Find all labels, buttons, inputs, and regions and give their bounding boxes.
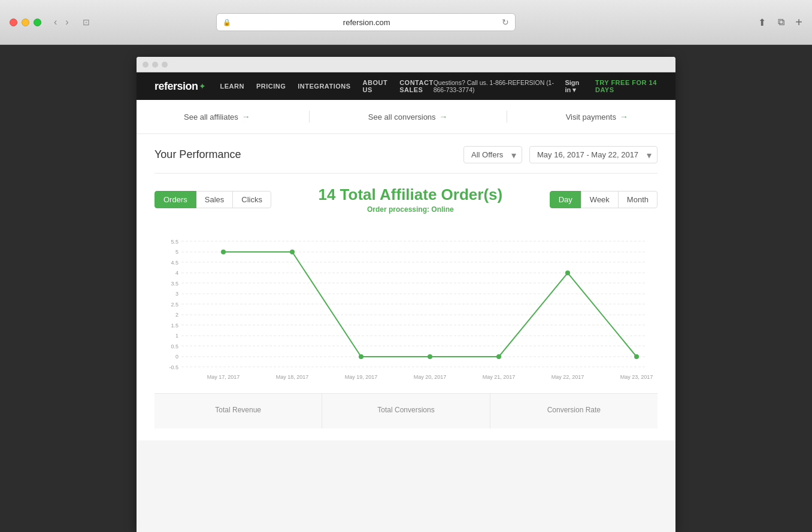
chart-title-area: 14 Total Affiliate Order(s) Order proces… <box>271 186 550 214</box>
svg-point-37 <box>496 354 501 359</box>
stat-conversion-rate: Conversion Rate <box>490 394 658 428</box>
nav-about[interactable]: ABOUT US <box>363 79 388 93</box>
svg-point-34 <box>290 250 295 254</box>
svg-text:4: 4 <box>175 270 178 276</box>
svg-text:5: 5 <box>175 249 178 255</box>
svg-text:May 22, 2017: May 22, 2017 <box>552 374 584 380</box>
time-month-button[interactable]: Month <box>618 191 658 208</box>
svg-text:May 17, 2017: May 17, 2017 <box>207 374 240 380</box>
chart-main-title: 14 Total Affiliate Order(s) <box>271 186 550 204</box>
logo-text: refersion <box>154 80 198 93</box>
share-button[interactable]: ⬆ <box>755 16 769 29</box>
tab-sales[interactable]: Sales <box>196 191 234 208</box>
chart-controls: Orders Sales Clicks 14 Total Affiliate O… <box>154 186 658 214</box>
sign-in-button[interactable]: Sign in ▾ <box>565 79 586 94</box>
svg-text:1: 1 <box>175 333 178 339</box>
svg-text:0.5: 0.5 <box>171 343 178 349</box>
divider-2 <box>507 111 507 123</box>
svg-text:3.5: 3.5 <box>171 281 178 287</box>
svg-text:2: 2 <box>175 312 178 318</box>
website-wrapper: refersion ✦ LEARN PRICING INTEGRATIONS A… <box>0 45 812 532</box>
main-nav: LEARN PRICING INTEGRATIONS ABOUT US CONT… <box>220 79 434 93</box>
logo-star-icon: ✦ <box>199 81 206 91</box>
nav-integrations[interactable]: INTEGRATIONS <box>298 83 350 90</box>
bottom-stats: Total Revenue Total Conversions Conversi… <box>154 393 658 428</box>
inner-dot-1 <box>143 62 149 68</box>
see-all-affiliates-link[interactable]: See all affiliates → <box>184 112 250 121</box>
browser-chrome: ‹ › ⊡ 🔒 refersion.com ↻ ⬆ ⧉ + <box>0 0 812 45</box>
performance-header: Your Performance All Offers May 16, 2017… <box>154 146 658 174</box>
conversions-arrow-icon: → <box>440 112 448 121</box>
minimize-button[interactable] <box>22 19 29 26</box>
inner-window: refersion ✦ LEARN PRICING INTEGRATIONS A… <box>137 57 675 532</box>
url-text: refersion.com <box>235 18 498 27</box>
quick-links-bar: See all affiliates → See all conversions… <box>137 100 675 134</box>
date-dropdown-wrapper: May 16, 2017 - May 22, 2017 <box>529 146 658 163</box>
svg-text:May 21, 2017: May 21, 2017 <box>483 374 516 380</box>
see-all-conversions-link[interactable]: See all conversions → <box>368 112 448 121</box>
stat-revenue-label: Total Revenue <box>166 406 310 414</box>
performance-controls: All Offers May 16, 2017 - May 22, 2017 <box>463 146 658 163</box>
logo[interactable]: refersion ✦ <box>154 80 206 93</box>
affiliates-link-text: See all affiliates <box>184 113 238 121</box>
svg-point-36 <box>428 354 432 359</box>
new-tab-button[interactable]: ⧉ <box>774 16 788 29</box>
address-bar[interactable]: 🔒 refersion.com ↻ <box>216 13 516 31</box>
svg-text:-0.5: -0.5 <box>169 364 178 370</box>
divider-1 <box>309 111 310 123</box>
performance-section: Your Performance All Offers May 16, 2017… <box>137 134 675 440</box>
traffic-lights <box>10 19 41 26</box>
inner-dot-2 <box>152 62 158 68</box>
svg-text:May 20, 2017: May 20, 2017 <box>414 374 447 380</box>
sidebar-toggle[interactable]: ⊡ <box>79 16 93 28</box>
payments-arrow-icon: → <box>620 112 628 121</box>
nav-contact[interactable]: CONTACT SALES <box>399 79 433 93</box>
svg-text:May 19, 2017: May 19, 2017 <box>345 374 378 380</box>
chart-area: .grid-line { stroke: #e8e8e8; stroke-wid… <box>154 223 658 393</box>
time-day-button[interactable]: Day <box>550 191 581 208</box>
conversions-link-text: See all conversions <box>368 113 436 121</box>
close-button[interactable] <box>10 19 17 26</box>
date-range-dropdown[interactable]: May 16, 2017 - May 22, 2017 <box>529 146 658 163</box>
chart-subtitle-label: Order processing: <box>367 205 429 214</box>
forward-button[interactable]: › <box>62 16 71 29</box>
svg-text:May 23, 2017: May 23, 2017 <box>620 374 653 380</box>
svg-text:4.5: 4.5 <box>171 260 178 266</box>
dashboard: See all affiliates → See all conversions… <box>137 100 675 532</box>
maximize-button[interactable] <box>34 19 41 26</box>
reload-button[interactable]: ↻ <box>502 17 509 27</box>
svg-text:1.5: 1.5 <box>171 323 178 329</box>
header-phone: Questions? Call us. 1-866-REFERSION (1-8… <box>434 79 556 93</box>
back-button[interactable]: ‹ <box>51 16 60 29</box>
offers-dropdown[interactable]: All Offers <box>463 146 522 163</box>
svg-point-33 <box>221 250 226 254</box>
browser-actions: ⬆ ⧉ <box>755 16 788 29</box>
add-tab-button[interactable]: + <box>795 16 802 29</box>
chart-tab-group: Orders Sales Clicks <box>154 191 271 208</box>
tab-orders[interactable]: Orders <box>154 191 196 208</box>
chart-subtitle: Order processing: Online <box>271 205 550 214</box>
nav-learn[interactable]: LEARN <box>220 83 244 90</box>
try-free-button[interactable]: TRY FREE FOR 14 DAYS <box>595 79 658 93</box>
inner-dot-3 <box>162 62 168 68</box>
svg-point-35 <box>359 354 363 359</box>
svg-text:5.5: 5.5 <box>171 239 178 245</box>
lock-icon: 🔒 <box>223 19 231 26</box>
time-week-button[interactable]: Week <box>581 191 619 208</box>
affiliates-arrow-icon: → <box>242 112 250 121</box>
performance-title: Your Performance <box>154 148 241 161</box>
svg-point-39 <box>634 354 639 359</box>
svg-text:0: 0 <box>175 354 178 360</box>
site-header: refersion ✦ LEARN PRICING INTEGRATIONS A… <box>137 72 675 100</box>
payments-link-text: Visit payments <box>566 113 616 121</box>
svg-text:3: 3 <box>175 291 178 297</box>
time-controls: Day Week Month <box>550 191 658 208</box>
tab-clicks[interactable]: Clicks <box>232 191 271 208</box>
inner-titlebar <box>137 57 675 72</box>
svg-text:2.5: 2.5 <box>171 302 178 308</box>
offers-dropdown-wrapper: All Offers <box>463 146 522 163</box>
nav-arrows: ‹ › <box>51 16 72 29</box>
svg-text:May 18, 2017: May 18, 2017 <box>276 374 309 380</box>
nav-pricing[interactable]: PRICING <box>256 83 286 90</box>
visit-payments-link[interactable]: Visit payments → <box>566 112 628 121</box>
